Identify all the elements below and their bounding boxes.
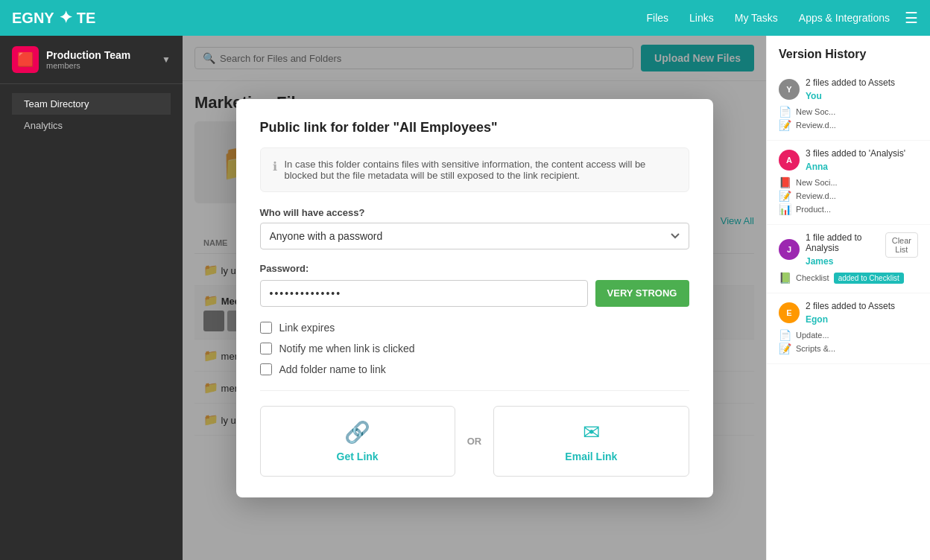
link-expires-label: Link expires bbox=[279, 322, 335, 334]
version-file: 📝 Scripts &... bbox=[779, 343, 918, 354]
top-navigation: EGNY ✦ TE Files Links My Tasks Apps & In… bbox=[0, 0, 930, 36]
modal-overlay: Public link for folder "All Employees" ℹ… bbox=[183, 36, 766, 560]
version-file-name: Checklist bbox=[796, 273, 829, 282]
version-file-name: Review.d... bbox=[796, 121, 836, 130]
modal-info-box: ℹ In case this folder contains files wit… bbox=[260, 147, 689, 192]
logo-star: ✦ bbox=[59, 8, 72, 28]
version-file: 📝 Review.d... bbox=[779, 190, 918, 202]
email-icon: ✉ bbox=[583, 420, 600, 445]
notify-label: Notify me when link is clicked bbox=[279, 343, 415, 354]
version-user: Anna bbox=[806, 162, 905, 172]
file-doc-icon: 📄 bbox=[779, 329, 791, 341]
nav-apps[interactable]: Apps & Integrations bbox=[799, 12, 890, 24]
or-label: OR bbox=[467, 436, 482, 447]
team-icon: 🟥 bbox=[12, 46, 39, 73]
version-file: 📕 New Soci... bbox=[779, 176, 918, 188]
access-select[interactable]: Anyone with a password Anyone with the l… bbox=[260, 223, 689, 249]
add-folder-name-row: Add folder name to link bbox=[260, 363, 689, 375]
version-history-title: Version History bbox=[767, 48, 930, 70]
team-chevron-icon: ▼ bbox=[162, 54, 171, 65]
version-entry-header: Y 2 files added to Assets You bbox=[779, 77, 918, 101]
sidebar-item-team-directory[interactable]: Team Directory bbox=[12, 93, 171, 115]
version-meta: 1 file added to Analysis James bbox=[806, 232, 885, 267]
link-expires-checkbox[interactable] bbox=[260, 322, 272, 334]
file-doc-icon: 📝 bbox=[779, 343, 791, 354]
version-entry-header: J 1 file added to Analysis James bbox=[779, 232, 885, 267]
modal-divider bbox=[260, 390, 689, 391]
password-input[interactable] bbox=[260, 280, 588, 307]
version-entry: A 3 files added to 'Analysis' Anna 📕 New… bbox=[767, 141, 930, 225]
strength-indicator: VERY STRONG bbox=[595, 280, 689, 307]
version-file: 📗 Checklist added to Checklist bbox=[779, 271, 918, 284]
notify-checkbox[interactable] bbox=[260, 343, 272, 354]
file-ppt-icon: 📊 bbox=[779, 203, 791, 215]
version-action-text: 2 files added to Assets bbox=[806, 301, 895, 311]
avatar: A bbox=[779, 150, 800, 171]
version-user: You bbox=[806, 91, 895, 101]
main-content: 🔍 Upload New Files Marketing Files 📁 🔒 📁… bbox=[183, 36, 766, 560]
avatar: J bbox=[779, 239, 800, 260]
version-meta: 3 files added to 'Analysis' Anna bbox=[806, 148, 905, 172]
version-entry: Y 2 files added to Assets You 📄 New Soc.… bbox=[767, 70, 930, 141]
version-file: 📄 New Soc... bbox=[779, 106, 918, 118]
modal-actions: 🔗 Get Link OR ✉ Email Link bbox=[260, 406, 689, 477]
version-action-text: 3 files added to 'Analysis' bbox=[806, 148, 905, 159]
notify-row: Notify me when link is clicked bbox=[260, 343, 689, 354]
sidebar-section: Team Directory Analytics bbox=[0, 84, 183, 141]
logo-te: TE bbox=[77, 10, 96, 27]
modal-title: Public link for folder "All Employees" bbox=[260, 120, 689, 136]
public-link-modal: Public link for folder "All Employees" ℹ… bbox=[236, 99, 713, 497]
version-file-name: Update... bbox=[796, 331, 829, 340]
file-doc-icon: 📝 bbox=[779, 119, 791, 131]
team-info: Production Team members bbox=[46, 49, 130, 70]
version-entry-header: A 3 files added to 'Analysis' Anna bbox=[779, 148, 918, 172]
nav-files[interactable]: Files bbox=[646, 12, 668, 24]
version-file-name: Product... bbox=[796, 205, 831, 214]
password-row: VERY STRONG bbox=[260, 280, 689, 307]
logo-text: EGNY bbox=[12, 10, 54, 27]
version-meta: 2 files added to Assets You bbox=[806, 77, 895, 101]
team-header[interactable]: 🟥 Production Team members ▼ bbox=[0, 36, 183, 84]
email-link-label: Email Link bbox=[565, 451, 617, 462]
file-pdf-icon: 📕 bbox=[779, 176, 791, 188]
version-history-panel: Version History Y 2 files added to Asset… bbox=[766, 36, 930, 560]
version-file-name: New Soc... bbox=[796, 107, 835, 116]
file-doc-icon: 📝 bbox=[779, 190, 791, 202]
version-action-text: 1 file added to Analysis bbox=[806, 232, 885, 253]
file-doc-icon: 📄 bbox=[779, 106, 791, 118]
clear-list-button[interactable]: ClearList bbox=[885, 232, 918, 258]
version-user: Egon bbox=[806, 314, 895, 325]
file-xls-icon: 📗 bbox=[779, 272, 791, 284]
link-expires-row: Link expires bbox=[260, 322, 689, 334]
version-entry: E 2 files added to Assets Egon 📄 Update.… bbox=[767, 293, 930, 364]
avatar: Y bbox=[779, 79, 800, 100]
info-icon: ℹ bbox=[273, 159, 277, 174]
version-file: 📝 Review.d... bbox=[779, 119, 918, 131]
email-link-button[interactable]: ✉ Email Link bbox=[493, 406, 689, 477]
avatar: E bbox=[779, 302, 800, 323]
version-action-text: 2 files added to Assets bbox=[806, 77, 895, 88]
team-name: Production Team bbox=[46, 49, 130, 61]
add-folder-name-checkbox[interactable] bbox=[260, 363, 272, 375]
checklist-tag: added to Checklist bbox=[834, 273, 904, 284]
nav-links-item[interactable]: Links bbox=[689, 12, 714, 24]
version-meta: 2 files added to Assets Egon bbox=[806, 301, 895, 325]
sidebar: 🟥 Production Team members ▼ Team Directo… bbox=[0, 36, 183, 560]
get-link-label: Get Link bbox=[337, 451, 379, 462]
sidebar-item-analytics[interactable]: Analytics bbox=[12, 115, 171, 136]
nav-links: Files Links My Tasks Apps & Integrations bbox=[646, 12, 890, 24]
password-label: Password: bbox=[260, 263, 689, 274]
add-folder-name-label: Add folder name to link bbox=[279, 363, 386, 375]
logo: EGNY ✦ TE bbox=[12, 8, 95, 28]
link-icon: 🔗 bbox=[344, 420, 370, 445]
main-layout: 🟥 Production Team members ▼ Team Directo… bbox=[0, 0, 930, 560]
access-label: Who will have access? bbox=[260, 207, 689, 218]
nav-my-tasks[interactable]: My Tasks bbox=[735, 12, 778, 24]
version-entry-header: E 2 files added to Assets Egon bbox=[779, 301, 918, 325]
hamburger-icon[interactable]: ☰ bbox=[905, 9, 918, 27]
version-user: James bbox=[806, 256, 885, 267]
version-entry: J 1 file added to Analysis James ClearLi… bbox=[767, 225, 930, 293]
team-sub: members bbox=[46, 61, 130, 70]
get-link-button[interactable]: 🔗 Get Link bbox=[260, 406, 455, 477]
version-file: 📄 Update... bbox=[779, 329, 918, 341]
